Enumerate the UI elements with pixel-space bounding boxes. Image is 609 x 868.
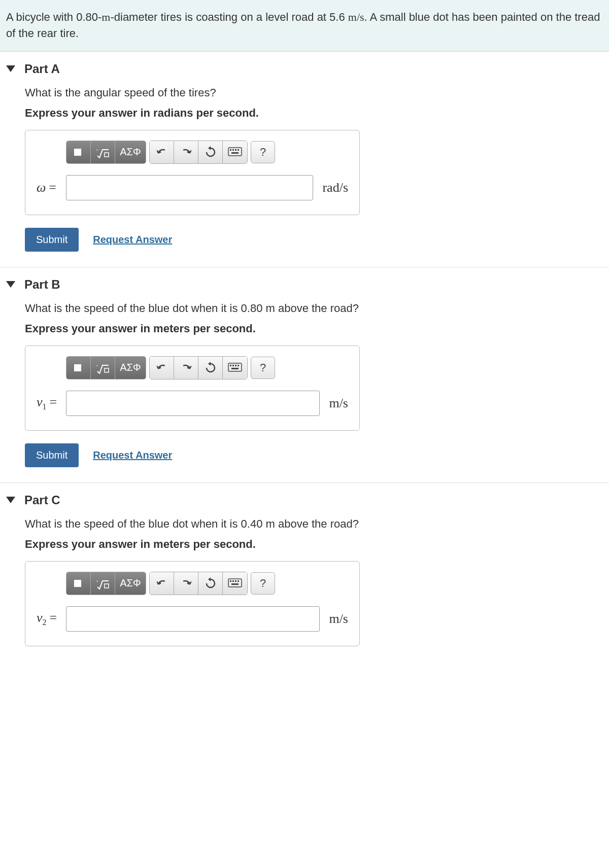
submit-button[interactable]: Submit — [25, 228, 79, 252]
part-a-title: Part A — [24, 62, 60, 76]
toolbar-group-format: ▫ ΑΣΦ — [66, 572, 146, 595]
chevron-down-icon — [6, 65, 15, 72]
part-b-instruction: Express your answer in meters per second… — [25, 322, 609, 335]
submit-button[interactable]: Submit — [25, 443, 79, 467]
undo-icon[interactable] — [150, 357, 174, 379]
svg-text:▫: ▫ — [96, 147, 98, 153]
greek-letters-button[interactable]: ΑΣΦ — [115, 357, 146, 379]
keyboard-icon[interactable] — [223, 572, 247, 595]
input-row: v2= m/s — [37, 606, 348, 632]
reset-icon[interactable] — [198, 572, 223, 595]
svg-rect-24 — [235, 580, 236, 582]
svg-rect-6 — [235, 149, 236, 151]
answer-box: ▫ ΑΣΦ — [25, 561, 360, 646]
svg-rect-20 — [105, 584, 109, 588]
chevron-down-icon — [6, 281, 15, 288]
problem-statement: A bicycle with 0.80-m-diameter tires is … — [0, 0, 609, 51]
help-button[interactable]: ? — [251, 357, 275, 379]
template-icon[interactable] — [66, 357, 91, 379]
svg-rect-7 — [238, 149, 239, 151]
answer-box: ▫ ΑΣΦ — [25, 130, 360, 215]
radical-fraction-icon[interactable]: ▫ — [91, 141, 115, 163]
help-button[interactable]: ? — [251, 141, 275, 163]
svg-rect-17 — [231, 368, 239, 369]
svg-rect-15 — [235, 365, 236, 366]
template-icon[interactable] — [66, 141, 91, 163]
greek-letters-button[interactable]: ΑΣΦ — [115, 572, 146, 595]
greek-letters-button[interactable]: ΑΣΦ — [115, 141, 146, 163]
part-a-instruction: Express your answer in radians per secon… — [25, 107, 609, 120]
svg-rect-26 — [231, 583, 239, 585]
svg-rect-4 — [230, 149, 231, 151]
template-icon[interactable] — [66, 572, 91, 595]
toolbar-group-format: ▫ ΑΣΦ — [66, 141, 146, 164]
part-a-question: What is the angular speed of the tires? — [25, 86, 609, 99]
reset-icon[interactable] — [198, 141, 223, 163]
svg-rect-23 — [232, 580, 234, 582]
answer-input[interactable] — [66, 606, 320, 632]
svg-rect-0 — [74, 149, 81, 156]
problem-unit: m — [101, 11, 110, 23]
svg-rect-13 — [230, 365, 231, 366]
svg-text:▫: ▫ — [96, 363, 98, 368]
part-c-section: Part C What is the speed of the blue dot… — [0, 482, 609, 662]
chevron-down-icon — [6, 497, 15, 503]
actions-row: Submit Request Answer — [25, 228, 609, 252]
redo-icon[interactable] — [174, 141, 198, 163]
unit-label: m/s — [329, 396, 348, 411]
svg-rect-3 — [228, 148, 242, 156]
svg-rect-9 — [74, 364, 81, 371]
part-a-body: What is the angular speed of the tires? … — [0, 86, 609, 267]
input-row: ω= rad/s — [37, 175, 348, 200]
redo-icon[interactable] — [174, 572, 198, 595]
part-c-header[interactable]: Part C — [0, 483, 609, 517]
problem-text: A bicycle with 0.80- — [6, 11, 101, 23]
part-a-header[interactable]: Part A — [0, 52, 609, 86]
editor-toolbar: ▫ ΑΣΦ — [66, 356, 348, 379]
part-c-question: What is the speed of the blue dot when i… — [25, 517, 609, 531]
toolbar-group-history — [149, 572, 248, 595]
part-c-body: What is the speed of the blue dot when i… — [0, 517, 609, 662]
svg-rect-16 — [238, 365, 239, 366]
svg-rect-2 — [105, 153, 109, 157]
answer-box: ▫ ΑΣΦ — [25, 345, 360, 431]
unit-label: rad/s — [322, 180, 348, 195]
redo-icon[interactable] — [174, 357, 198, 379]
toolbar-group-format: ▫ ΑΣΦ — [66, 356, 146, 379]
request-answer-link[interactable]: Request Answer — [93, 234, 172, 246]
svg-rect-5 — [232, 149, 234, 151]
svg-rect-8 — [231, 152, 239, 154]
problem-text: -diameter tires is coasting on a level r… — [110, 11, 348, 23]
toolbar-group-history — [149, 356, 248, 379]
reset-icon[interactable] — [198, 357, 223, 379]
undo-icon[interactable] — [150, 141, 174, 163]
variable-label: v1= — [37, 395, 66, 411]
part-c-title: Part C — [24, 493, 60, 507]
answer-input[interactable] — [66, 391, 320, 416]
keyboard-icon[interactable] — [223, 357, 247, 379]
svg-rect-14 — [232, 365, 234, 366]
editor-toolbar: ▫ ΑΣΦ — [66, 141, 348, 164]
help-button[interactable]: ? — [251, 572, 275, 595]
undo-icon[interactable] — [150, 572, 174, 595]
svg-rect-11 — [105, 368, 109, 372]
part-b-body: What is the speed of the blue dot when i… — [0, 302, 609, 482]
svg-rect-25 — [238, 580, 239, 582]
radical-fraction-icon[interactable]: ▫ — [91, 572, 115, 595]
svg-rect-21 — [228, 579, 242, 587]
part-b-title: Part B — [24, 277, 60, 292]
part-b-question: What is the speed of the blue dot when i… — [25, 302, 609, 315]
variable-label: v2= — [37, 610, 66, 627]
radical-fraction-icon[interactable]: ▫ — [91, 357, 115, 379]
keyboard-icon[interactable] — [223, 141, 247, 163]
part-c-instruction: Express your answer in meters per second… — [25, 538, 609, 551]
editor-toolbar: ▫ ΑΣΦ — [66, 572, 348, 595]
svg-rect-22 — [230, 580, 231, 582]
svg-rect-18 — [74, 580, 81, 587]
request-answer-link[interactable]: Request Answer — [93, 449, 172, 461]
svg-rect-12 — [228, 363, 242, 371]
variable-label: ω= — [37, 180, 66, 195]
svg-text:▫: ▫ — [96, 578, 98, 584]
answer-input[interactable] — [66, 175, 313, 200]
part-b-header[interactable]: Part B — [0, 267, 609, 302]
